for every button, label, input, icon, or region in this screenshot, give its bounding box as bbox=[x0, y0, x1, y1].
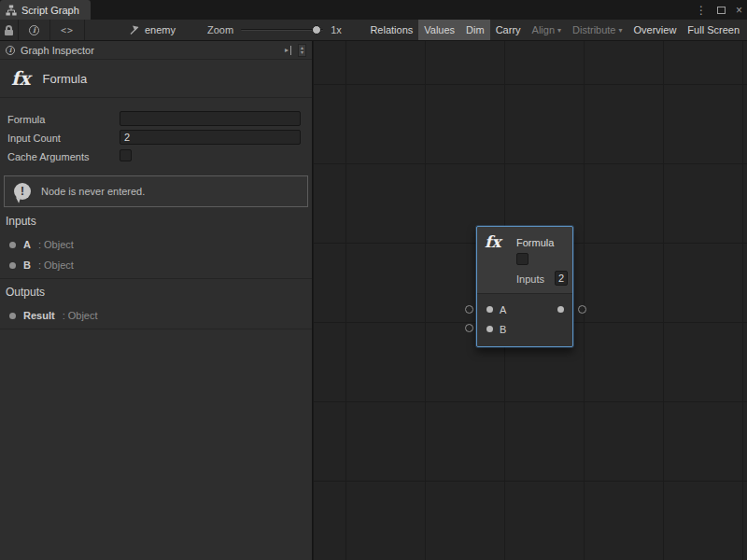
port-type: : Object bbox=[38, 239, 74, 250]
cache-arguments-label: Cache Arguments bbox=[7, 151, 89, 162]
info-button[interactable]: i bbox=[19, 20, 50, 40]
zoom-value: 1x bbox=[331, 24, 342, 35]
port-dot bbox=[9, 313, 16, 319]
values-button[interactable]: Values bbox=[418, 20, 460, 40]
cache-arguments-checkbox[interactable] bbox=[120, 149, 132, 161]
input-port-dot-b[interactable] bbox=[486, 326, 493, 332]
lock-button[interactable] bbox=[0, 20, 19, 40]
edit-graph-button[interactable]: <> bbox=[50, 20, 85, 40]
cache-arguments-field-row: Cache Arguments bbox=[0, 148, 312, 165]
zoom-slider-track bbox=[241, 29, 323, 31]
script-graph-icon bbox=[6, 5, 17, 16]
zoom-label: Zoom bbox=[207, 24, 233, 35]
chevron-down-icon: ▾ bbox=[557, 26, 561, 35]
input-count-input[interactable] bbox=[120, 130, 301, 145]
chevron-down-icon: ▾ bbox=[619, 26, 623, 35]
graph-pointer-icon bbox=[129, 24, 140, 35]
formula-field-label: Formula bbox=[7, 114, 45, 125]
input-port-row: B : Object bbox=[0, 256, 312, 274]
graph-connection-circle[interactable] bbox=[578, 305, 586, 314]
divider bbox=[0, 329, 312, 329]
formula-input[interactable] bbox=[120, 111, 301, 126]
tab-label: Script Graph bbox=[21, 5, 79, 16]
formula-node-input-count[interactable]: 2 bbox=[555, 271, 568, 286]
input-count-label: Input Count bbox=[7, 133, 61, 144]
formula-fx-icon: fx bbox=[11, 67, 31, 90]
window-close-icon[interactable]: × bbox=[736, 5, 742, 16]
graph-connection-circle[interactable] bbox=[465, 324, 473, 332]
outputs-section-header: Outputs bbox=[6, 286, 45, 299]
unit-title: Formula bbox=[43, 72, 88, 86]
graph-connection-circle[interactable] bbox=[465, 305, 473, 314]
port-type: : Object bbox=[38, 259, 74, 271]
zoom-slider[interactable] bbox=[241, 20, 323, 40]
output-port-row: Result : Object bbox=[0, 306, 312, 325]
graph-canvas[interactable]: fx Formula Inputs 2 A B bbox=[314, 41, 747, 560]
fullscreen-button[interactable]: Full Screen bbox=[682, 20, 745, 40]
dim-button[interactable]: Dim bbox=[460, 20, 490, 40]
info-icon: i bbox=[6, 46, 15, 55]
port-label: B bbox=[500, 324, 506, 335]
code-icon: <> bbox=[61, 25, 74, 35]
input-count-field-row: Input Count bbox=[0, 130, 312, 147]
warning-text: Node is never entered. bbox=[41, 186, 145, 197]
port-type: : Object bbox=[63, 310, 98, 321]
lock-icon bbox=[6, 25, 12, 30]
overview-button[interactable]: Overview bbox=[628, 20, 683, 40]
scroll-arrows-icon[interactable]: ▴ ▾ bbox=[298, 44, 306, 57]
port-name: B bbox=[23, 259, 31, 271]
window-maximize-icon[interactable] bbox=[717, 7, 726, 14]
port-dot bbox=[9, 242, 16, 248]
formula-node-formula-field[interactable] bbox=[516, 253, 529, 265]
formula-node-title: Formula bbox=[516, 237, 554, 248]
formula-fx-icon: fx bbox=[485, 232, 500, 251]
input-port-dot-a[interactable] bbox=[486, 306, 493, 313]
graph-breadcrumb[interactable]: enemy bbox=[129, 20, 176, 40]
node-port-row: A bbox=[477, 300, 572, 319]
tab-script-graph[interactable]: Script Graph bbox=[0, 0, 91, 20]
formula-field-row: Formula bbox=[0, 111, 312, 128]
window-controls: ⋮ × bbox=[696, 0, 742, 20]
window-menu-icon[interactable]: ⋮ bbox=[696, 5, 707, 16]
formula-node-ports: A B bbox=[477, 294, 572, 346]
dock-icon[interactable]: ▸ bbox=[285, 46, 291, 55]
graph-breadcrumb-label: enemy bbox=[145, 24, 176, 35]
carry-button[interactable]: Carry bbox=[490, 20, 527, 40]
inspector-title: Graph Inspector bbox=[21, 45, 94, 56]
unit-title-block: fx Formula bbox=[0, 60, 312, 98]
graph-toolbar: i <> enemy Zoom 1x Relations Values Di bbox=[0, 20, 747, 41]
toolbar-view-buttons: Relations Values Dim Carry Align ▾ Distr… bbox=[364, 20, 745, 40]
output-port-dot-result[interactable] bbox=[557, 306, 564, 313]
input-port-row: A : Object bbox=[0, 235, 312, 254]
inspector-header: i Graph Inspector ▸ ▴ ▾ bbox=[0, 41, 312, 60]
formula-node-inputs-label: Inputs bbox=[516, 273, 544, 285]
align-button: Align ▾ bbox=[527, 20, 567, 40]
zoom-control: Zoom 1x bbox=[207, 20, 342, 40]
port-dot bbox=[9, 262, 16, 269]
tab-bar: Script Graph ⋮ × bbox=[0, 0, 747, 20]
inspector-header-controls: ▸ ▴ ▾ bbox=[285, 44, 306, 57]
zoom-slider-knob[interactable] bbox=[312, 25, 321, 35]
graph-inspector-panel: i Graph Inspector ▸ ▴ ▾ fx Formula Formu… bbox=[0, 41, 313, 560]
formula-node-header: fx Formula Inputs 2 bbox=[477, 227, 572, 294]
distribute-button: Distribute ▾ bbox=[567, 20, 627, 40]
divider bbox=[0, 278, 312, 279]
port-name: A bbox=[23, 239, 31, 250]
info-icon: i bbox=[29, 25, 39, 35]
warning-icon: ! bbox=[14, 183, 31, 200]
formula-node[interactable]: fx Formula Inputs 2 A B bbox=[476, 226, 573, 347]
port-label: A bbox=[500, 304, 506, 315]
node-port-row: B bbox=[477, 319, 572, 339]
inputs-section-header: Inputs bbox=[6, 215, 36, 228]
port-name: Result bbox=[23, 310, 55, 321]
toolbar-left-group: i <> bbox=[0, 20, 85, 40]
relations-button[interactable]: Relations bbox=[364, 20, 418, 40]
warning-box: ! Node is never entered. bbox=[4, 175, 308, 207]
unity-editor-window: Script Graph ⋮ × i <> enem bbox=[0, 0, 747, 560]
